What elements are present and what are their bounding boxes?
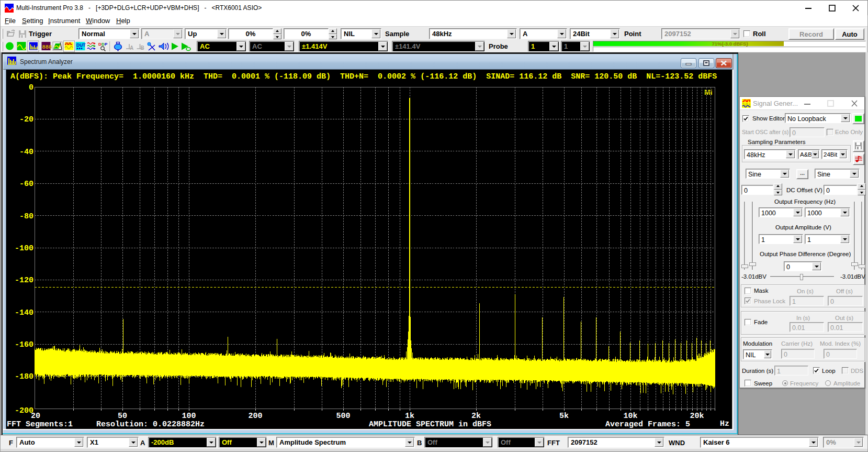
svg-text:50: 50 xyxy=(118,412,127,421)
svg-text:AMPLITUDE SPECTRUM in dBFS: AMPLITUDE SPECTRUM in dBFS xyxy=(369,420,491,429)
svg-text:FFT Segments:1: FFT Segments:1 xyxy=(7,420,73,429)
svg-text:P: P xyxy=(105,42,108,47)
svg-text:Averaged Frames: 5: Averaged Frames: 5 xyxy=(605,420,690,429)
svg-text:500: 500 xyxy=(336,412,350,421)
svg-text:2k: 2k xyxy=(471,412,481,421)
svg-text:5k: 5k xyxy=(559,412,569,421)
svg-text:Resolution: 0.0228882Hz: Resolution: 0.0228882Hz xyxy=(96,420,205,429)
svg-text:-140: -140 xyxy=(15,308,33,317)
svg-text:-60: -60 xyxy=(19,180,33,189)
svg-text:-120: -120 xyxy=(15,276,33,285)
svg-text:1k: 1k xyxy=(405,412,414,421)
svg-text:200: 200 xyxy=(248,412,262,421)
svg-text:20: 20 xyxy=(31,412,40,421)
svg-text:-20: -20 xyxy=(19,115,33,124)
svg-text:-80: -80 xyxy=(19,212,33,221)
svg-text:-40: -40 xyxy=(19,148,33,157)
svg-text:0: 0 xyxy=(29,83,33,92)
svg-text:-180: -180 xyxy=(15,372,33,381)
svg-text:-160: -160 xyxy=(15,340,33,349)
svg-text:DUT: DUT xyxy=(76,42,86,48)
svg-text:10k: 10k xyxy=(623,412,637,421)
svg-text:A(dBFS): Peak Frequency= 1.00: A(dBFS): Peak Frequency= 1.0000160 kHz T… xyxy=(10,72,717,81)
svg-text:888: 888 xyxy=(42,44,52,50)
svg-text:20k: 20k xyxy=(690,412,704,421)
svg-text:A: A xyxy=(130,45,133,51)
svg-text:B: B xyxy=(141,45,144,51)
svg-text:100: 100 xyxy=(182,412,196,421)
svg-text:Hz: Hz xyxy=(720,420,729,428)
svg-text:-100: -100 xyxy=(15,244,33,253)
